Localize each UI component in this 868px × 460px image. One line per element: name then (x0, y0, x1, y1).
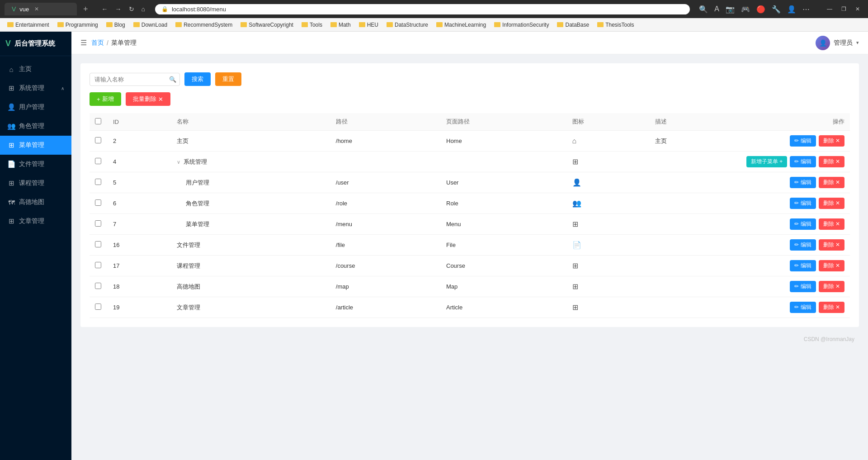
bookmark-item[interactable]: DataStructure (383, 20, 432, 29)
admin-dropdown-icon[interactable]: ▾ (856, 40, 859, 46)
more-button[interactable]: ⋯ (801, 3, 811, 15)
header-desc: 描述 (650, 113, 732, 131)
edit-button[interactable]: ✏ 编辑 (790, 239, 816, 251)
search-input[interactable] (90, 73, 180, 86)
nav-label-home: 主页 (19, 65, 32, 73)
bookmark-item[interactable]: InformationSecurity (491, 20, 552, 29)
sidebar-item-user[interactable]: 👤 用户管理 (0, 98, 71, 117)
delete-button[interactable]: 删除 ✕ (819, 260, 844, 271)
cell-checkbox (90, 172, 108, 193)
row-checkbox[interactable] (95, 158, 101, 164)
batch-delete-button[interactable]: 批量删除 ✕ (126, 92, 170, 106)
nav-icon-role: 👥 (7, 122, 15, 130)
game-button[interactable]: 🎮 (739, 3, 752, 15)
cell-name: 课程管理 (171, 256, 330, 276)
lock-icon: 🔒 (161, 6, 168, 12)
minimize-button[interactable]: — (823, 4, 836, 14)
new-tab-button[interactable]: + (80, 5, 91, 14)
footer-credit: CSDN @IronmanJay (804, 336, 854, 342)
tab-close-button[interactable]: ✕ (34, 6, 39, 12)
sidebar-item-system[interactable]: ⊞ 系统管理 ∧ (0, 79, 71, 98)
bookmark-item[interactable]: HEU (355, 20, 382, 29)
search-action-button[interactable]: 🔍 (697, 3, 710, 15)
cell-id: 17 (108, 256, 171, 276)
row-checkbox[interactable] (95, 283, 101, 289)
translate-button[interactable]: A (712, 3, 721, 15)
bookmark-item[interactable]: DataBase (553, 20, 593, 29)
cell-desc (650, 297, 732, 318)
forward-button[interactable]: → (113, 4, 124, 14)
add-child-button[interactable]: 新增子菜单 + (746, 156, 787, 167)
select-all-checkbox[interactable] (95, 118, 101, 124)
breadcrumb-home-link[interactable]: 首页 (91, 39, 104, 47)
edit-button[interactable]: ✏ 编辑 (790, 177, 816, 188)
bookmark-item[interactable]: Tools (298, 20, 326, 29)
extensions-button[interactable]: 🔧 (770, 3, 783, 15)
sidebar-item-map[interactable]: 🗺 高德地图 (0, 193, 71, 212)
table-row: 4 ∨ 系统管理 ⊞ 新增子菜单 + ✏ 编辑 删除 ✕ (90, 152, 850, 172)
sidebar-item-course[interactable]: ⊞ 课程管理 (0, 174, 71, 193)
bookmark-item[interactable]: Blog (103, 20, 129, 29)
delete-button[interactable]: 删除 ✕ (819, 156, 844, 167)
row-checkbox[interactable] (95, 179, 101, 185)
cell-ops: ✏ 编辑 删除 ✕ (732, 193, 850, 214)
cell-name: 文章管理 (171, 297, 330, 318)
sidebar-item-menu[interactable]: ⊞ 菜单管理 (0, 136, 71, 155)
close-button[interactable]: ✕ (852, 4, 863, 14)
bookmark-item[interactable]: ThesisTools (594, 20, 637, 29)
table-head: ID 名称 路径 页面路径 图标 描述 操作 (90, 113, 850, 131)
sidebar: V 后台管理系统 ⌂ 主页 ⊞ 系统管理 ∧ 👤 用户管理 👥 角色管理 ⊞ 菜… (0, 32, 71, 460)
edit-button[interactable]: ✏ 编辑 (790, 218, 816, 230)
sidebar-item-home[interactable]: ⌂ 主页 (0, 60, 71, 79)
row-checkbox[interactable] (95, 199, 101, 206)
sidebar-item-file[interactable]: 📄 文件管理 (0, 155, 71, 174)
edit-button[interactable]: ✏ 编辑 (790, 135, 816, 147)
bookmark-item[interactable]: Math (327, 20, 354, 29)
edit-button[interactable]: ✏ 编辑 (790, 302, 816, 313)
bookmark-item[interactable]: DownLoad (130, 20, 171, 29)
edit-button[interactable]: ✏ 编辑 (790, 198, 816, 209)
delete-button[interactable]: 删除 ✕ (819, 239, 844, 251)
bookmark-item[interactable]: Programming (54, 20, 102, 29)
bookmark-item[interactable]: SoftwareCopyright (237, 20, 297, 29)
delete-button[interactable]: 删除 ✕ (819, 302, 844, 313)
edit-button[interactable]: ✏ 编辑 (790, 260, 816, 271)
bookmark-label: HEU (367, 22, 378, 28)
row-checkbox[interactable] (95, 241, 101, 247)
maximize-button[interactable]: ❐ (838, 4, 850, 14)
row-checkbox[interactable] (95, 137, 101, 143)
expand-row-icon[interactable]: ∨ (177, 159, 182, 165)
delete-button[interactable]: 删除 ✕ (819, 135, 844, 147)
account-button[interactable]: 👤 (785, 3, 798, 15)
search-button[interactable]: 搜索 (184, 72, 211, 86)
edit-button[interactable]: ✏ 编辑 (790, 281, 816, 292)
edit-button[interactable]: ✏ 编辑 (790, 156, 816, 167)
sidebar-item-role[interactable]: 👥 角色管理 (0, 117, 71, 136)
hamburger-icon[interactable]: ☰ (80, 38, 87, 47)
reload-button[interactable]: ↻ (126, 4, 137, 14)
folder-icon (436, 22, 443, 27)
delete-button[interactable]: 删除 ✕ (819, 281, 844, 292)
bookmark-item[interactable]: RecommendSystem (172, 20, 236, 29)
row-checkbox[interactable] (95, 220, 101, 227)
sidebar-item-article[interactable]: ⊞ 文章管理 (0, 212, 71, 231)
home-button[interactable]: ⌂ (139, 4, 148, 14)
row-icon: ⊞ (572, 262, 578, 270)
delete-button[interactable]: 删除 ✕ (819, 177, 844, 188)
back-button[interactable]: ← (99, 4, 111, 14)
bookmark-item[interactable]: Entertainment (4, 20, 53, 29)
cell-desc (650, 235, 732, 256)
row-checkbox[interactable] (95, 304, 101, 310)
row-checkbox[interactable] (95, 262, 101, 268)
browser-tab[interactable]: V vue ✕ (5, 3, 77, 15)
delete-button[interactable]: 删除 ✕ (819, 198, 844, 209)
bookmark-item[interactable]: MachineLearning (433, 20, 490, 29)
bookmark-label: RecommendSystem (184, 22, 232, 28)
address-bar[interactable]: 🔒 localhost:8080/menu (155, 4, 690, 14)
screenshot-button[interactable]: 📷 (724, 3, 736, 15)
reset-button[interactable]: 重置 (215, 72, 241, 86)
nav-icon-article: ⊞ (7, 217, 15, 225)
add-button[interactable]: + 新增 (90, 92, 121, 106)
user-profile-button[interactable]: 🔴 (755, 3, 767, 15)
delete-button[interactable]: 删除 ✕ (819, 218, 844, 230)
